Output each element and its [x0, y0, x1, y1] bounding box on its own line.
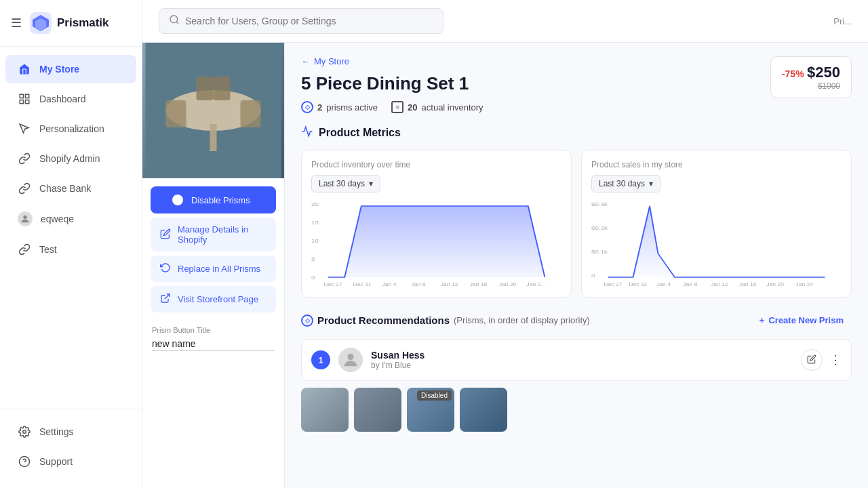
svg-line-12 — [176, 22, 178, 24]
prism-title-label: Prism Button Title — [152, 326, 275, 334]
sidebar-item-label: Test — [39, 244, 57, 255]
chevron-down-icon-2: ▾ — [649, 179, 653, 188]
product-title: 5 Piece Dining Set 1 — [301, 73, 484, 94]
svg-text:Jan 12: Jan 12 — [711, 282, 728, 287]
toggle-thumb — [172, 195, 183, 205]
svg-text:Jan 20: Jan 20 — [499, 282, 517, 287]
inventory-chart-area: 20 15 10 5 0 — [311, 199, 561, 287]
section-title-metrics: Product Metrics — [301, 125, 852, 140]
link-icon-2 — [18, 182, 31, 195]
svg-text:Jan 4: Jan 4 — [656, 282, 671, 287]
sidebar-item-label: Settings — [39, 426, 74, 437]
prism-title-input[interactable] — [152, 337, 275, 351]
sidebar-bottom: Settings Support — [0, 409, 142, 488]
product-meta: ◇ 2 prisms active ≡ 20 actual inventory — [301, 101, 484, 113]
svg-text:Jan 24: Jan 24 — [795, 282, 814, 287]
svg-rect-6 — [26, 100, 29, 104]
sidebar-item-label: eqweqe — [41, 214, 74, 224]
dashboard-icon — [18, 92, 31, 106]
manage-shopify-label: Manage Details in Shopify — [178, 224, 267, 245]
svg-rect-18 — [197, 77, 214, 100]
thumbnail-1[interactable] — [301, 388, 349, 432]
sidebar-item-eqweqe[interactable]: eqweqe — [5, 204, 136, 234]
thumbnail-4[interactable] — [460, 388, 507, 432]
thumbnail-3[interactable]: Disabled — [407, 388, 454, 432]
price-original: $1000 — [782, 81, 840, 91]
app-name: Prismatik — [57, 16, 109, 30]
inventory-chart-label: Product inventory over time — [311, 160, 561, 169]
visit-storefront-button[interactable]: Visit Storefront Page — [151, 286, 276, 312]
prism-name: Susan Hess — [371, 350, 793, 361]
svg-text:0: 0 — [311, 274, 315, 281]
sidebar-item-dashboard[interactable]: Dashboard — [5, 85, 136, 113]
toggle-switch — [160, 193, 184, 207]
charts-row: Product inventory over time Last 30 days… — [301, 150, 852, 298]
sales-chart-dropdown[interactable]: Last 30 days ▾ — [591, 175, 660, 192]
action-buttons: Disable Prisms Manage Details in Shopify… — [142, 178, 284, 321]
svg-text:Jan 8: Jan 8 — [412, 282, 427, 287]
inventory-label: actual inventory — [422, 102, 484, 113]
sidebar-item-shopify-admin[interactable]: Shopify Admin — [5, 144, 136, 173]
sidebar-item-personalization[interactable]: Personalization — [5, 115, 136, 143]
svg-point-11 — [170, 16, 178, 23]
sales-chart-area: $0.3k $0.2k $0.1k 0 — [591, 199, 842, 287]
disabled-badge: Disabled — [417, 390, 452, 401]
sidebar-item-settings[interactable]: Settings — [5, 418, 136, 446]
svg-line-20 — [165, 294, 170, 299]
prism-number: 1 — [311, 350, 330, 369]
svg-text:Dec 31: Dec 31 — [629, 282, 647, 287]
logo-area: ☰ Prismatik — [0, 0, 142, 47]
recommendations-header: ◇ Product Recommendations (Prisms, in or… — [301, 311, 852, 329]
prisms-count: 2 — [317, 102, 322, 113]
sidebar-item-label: Personalization — [39, 123, 104, 134]
recommendations-title: ◇ Product Recommendations (Prisms, in or… — [301, 314, 590, 327]
svg-text:0: 0 — [591, 272, 595, 279]
manage-shopify-button[interactable]: Manage Details in Shopify — [151, 218, 276, 251]
svg-rect-19 — [214, 77, 231, 100]
svg-rect-16 — [166, 100, 186, 127]
prism-more-button[interactable]: ⋮ — [829, 352, 842, 367]
sales-chart-card: Product sales in my store Last 30 days ▾… — [581, 150, 852, 298]
svg-text:Dec 27: Dec 27 — [323, 282, 342, 287]
sidebar-item-label: Dashboard — [39, 94, 86, 104]
sidebar-item-my-store[interactable]: My Store — [5, 55, 136, 83]
replace-prisms-label: Replace in All Prisms — [178, 264, 260, 274]
prism-title-section: Prism Button Title — [142, 321, 284, 361]
metrics-title: Product Metrics — [319, 127, 401, 139]
metrics-icon — [301, 125, 313, 140]
svg-text:Dec 31: Dec 31 — [353, 282, 372, 287]
sales-chart-label: Product sales in my store — [591, 160, 842, 169]
sidebar-item-test[interactable]: Test — [5, 235, 136, 264]
prism-edit-button[interactable] — [801, 349, 823, 371]
svg-text:Jan 2...: Jan 2... — [526, 282, 545, 287]
svg-text:15: 15 — [311, 220, 319, 226]
replace-icon — [160, 262, 171, 275]
svg-text:20: 20 — [311, 201, 319, 207]
prisms-active-meta: ◇ 2 prisms active — [301, 101, 378, 113]
svg-text:Jan 16: Jan 16 — [470, 282, 488, 287]
product-image — [142, 43, 284, 178]
prism-item: 1 Susan Hess by I'm Blue ⋮ — [301, 339, 852, 381]
breadcrumb[interactable]: ← My Store — [301, 56, 484, 66]
disable-prisms-label: Disable Prisms — [191, 195, 250, 205]
create-prism-button[interactable]: + Create New Prism — [751, 311, 852, 329]
header-right-text: Pri... — [833, 16, 852, 26]
header: Pri... — [142, 0, 868, 43]
prism-icon: ◇ — [301, 101, 313, 113]
search-input[interactable] — [185, 16, 433, 26]
hamburger-icon[interactable]: ☰ — [11, 16, 22, 30]
disable-prisms-button[interactable]: Disable Prisms — [151, 186, 276, 214]
replace-prisms-button[interactable]: Replace in All Prisms — [151, 256, 276, 282]
sidebar: ☰ Prismatik My Store Dashboard Personali… — [0, 0, 142, 488]
svg-text:Jan 20: Jan 20 — [766, 282, 785, 287]
sidebar-item-support[interactable]: Support — [5, 447, 136, 476]
content-area: Disable Prisms Manage Details in Shopify… — [142, 43, 868, 488]
thumbnail-2[interactable] — [354, 388, 401, 432]
svg-text:Dec 27: Dec 27 — [604, 282, 622, 287]
visit-storefront-label: Visit Storefront Page — [178, 294, 258, 304]
search-bar — [159, 8, 443, 34]
svg-text:Jan 8: Jan 8 — [683, 282, 698, 287]
inventory-chart-dropdown[interactable]: Last 30 days ▾ — [311, 175, 380, 192]
svg-text:Jan 12: Jan 12 — [441, 282, 458, 287]
sidebar-item-chase-bank[interactable]: Chase Bank — [5, 174, 136, 203]
